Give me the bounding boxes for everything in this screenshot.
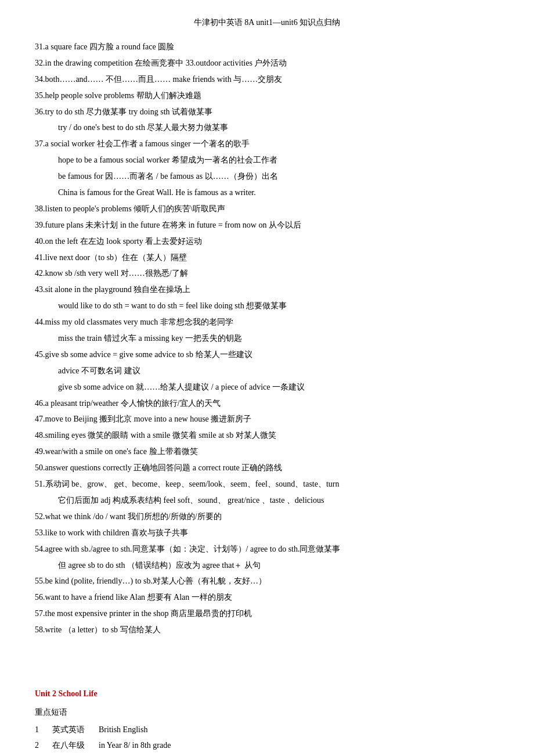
content-body: 31.a square face 四方脸 a round face 圆脸 32.… [35,39,499,756]
entry-45b: advice 不可数名词 建议 [58,363,499,379]
unit2-heading: Unit 2 School Life [35,686,499,701]
entry-48: 48.smiling eyes 微笑的眼睛 with a smile 微笑着 s… [35,428,499,443]
entry-46: 46.a pleasant trip/weather 令人愉快的旅行/宜人的天气 [35,396,499,411]
entry-34: 34.both……and…… 不但……而且…… make friends wit… [35,72,499,87]
entry-35: 35.help people solve problems 帮助人们解决难题 [35,88,499,103]
entry-50: 50.answer questions correctly 正确地回答问题 a … [35,460,499,476]
entry-41: 41.live next door（to sb）住在（某人）隔壁 [35,250,499,265]
entry-53: 53.like to work with children 喜欢与孩子共事 [35,525,499,541]
entry-37b: hope to be a famous social worker 希望成为一著… [58,153,499,168]
entry-49: 49.wear/with a smile on one's face 脸上带着微… [35,444,499,459]
vocab-row-2: 2 在八年级 in Year 8/ in 8th grade [35,738,499,753]
entry-37d: China is famous for the Great Wall. He i… [58,185,499,200]
entry-39: 39.future plans 未来计划 in the future 在将来 i… [35,218,499,233]
entry-36: 36.try to do sth 尽力做某事 try doing sth 试着做… [35,105,499,120]
entry-54: 54.agree with sb./agree to sth.同意某事（如：决定… [35,542,499,557]
entry-43: 43.sit alone in the playground 独自坐在操场上 [35,282,499,297]
entry-32: 32.in the drawing competition 在绘画竞赛中 33.… [35,56,499,71]
entry-44: 44.miss my old classmates very much 非常想念… [35,315,499,330]
entry-43b: would like to do sth = want to do sth = … [58,298,499,314]
entry-37: 37.a social worker 社会工作者 a famous singer… [35,136,499,152]
entry-31: 31.a square face 四方脸 a round face 圆脸 [35,39,499,55]
entry-44b: miss the train 错过火车 a missing key 一把丢失的钥… [58,331,499,346]
entry-38: 38.listen to people's problems 倾听人们的疾苦\听… [35,201,499,217]
entry-37c: be famous for 因……而著名 / be famous as 以……（… [58,169,499,184]
entry-55: 55.be kind (polite, friendly…) to sb.对某人… [35,574,499,589]
entry-56: 56.want to have a friend like Alan 想要有 A… [35,590,499,605]
unit2-section-label: 重点短语 [35,705,499,720]
entry-52: 52.what we think /do / want 我们所想的/所做的/所要… [35,509,499,524]
entry-58: 58.write （a letter）to sb 写信给某人 [35,622,499,638]
vocab-row-1: 1 英式英语 British English [35,722,499,737]
page-title: 牛津初中英语 8A unit1—unit6 知识点归纳 [35,17,499,28]
entry-45: 45.give sb some advice = give some advic… [35,347,499,362]
entry-51: 51.系动词 be、grow、 get、become、keep、seem/loo… [35,477,499,492]
entry-54b: 但 agree sb to do sth （错误结构）应改为 agree tha… [58,558,499,573]
entry-42: 42.know sb /sth very well 对……很熟悉/了解 [35,266,499,281]
entry-51b: 它们后面加 adj 构成系表结构 feel soft、sound、 great/… [58,493,499,508]
entry-47: 47.move to Beijing 搬到北京 move into a new … [35,412,499,427]
entry-45c: give sb some advice on 就……给某人提建议 / a pie… [58,380,499,395]
entry-36b: try / do one's best to do sth 尽某人最大努力做某事 [58,120,499,135]
entry-40: 40.on the left 在左边 look sporty 看上去爱好运动 [35,234,499,249]
entry-57: 57.the most expensive printer in the sho… [35,606,499,621]
